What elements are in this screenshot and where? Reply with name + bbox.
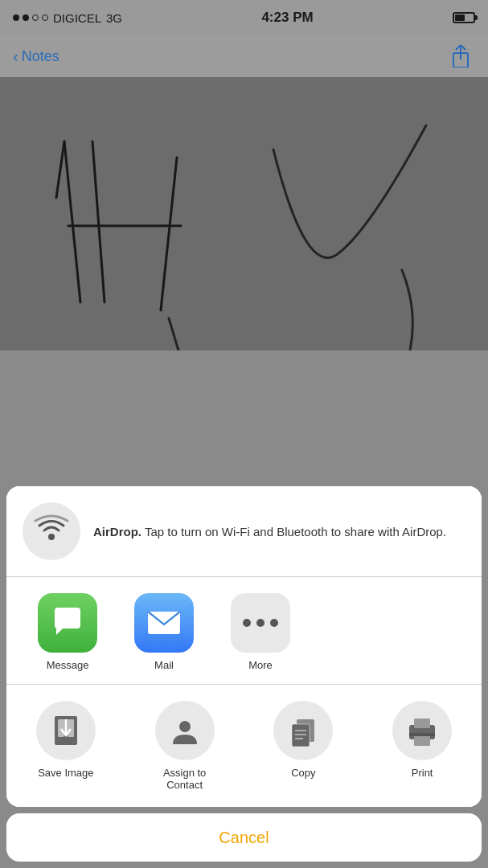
copy-icon xyxy=(289,714,318,747)
share-icon-more[interactable]: More xyxy=(212,593,309,671)
contact-icon xyxy=(170,715,200,746)
message-icon-circle xyxy=(38,593,97,653)
share-icon xyxy=(451,45,470,68)
share-card: AirDrop. Tap to turn on Wi-Fi and Blueto… xyxy=(6,486,482,807)
airdrop-section[interactable]: AirDrop. Tap to turn on Wi-Fi and Blueto… xyxy=(6,486,482,577)
action-icons-row: Save Image Assign toContact xyxy=(6,685,482,807)
status-bar: DIGICEL 3G 4:23 PM xyxy=(0,0,488,35)
dim-overlay xyxy=(0,77,488,350)
action-print[interactable]: Print xyxy=(370,701,474,791)
svg-rect-20 xyxy=(292,724,310,747)
airdrop-icon xyxy=(33,513,70,550)
svg-point-10 xyxy=(243,619,251,627)
back-label: Notes xyxy=(22,48,59,65)
dot2 xyxy=(23,14,29,21)
carrier-label: DIGICEL xyxy=(53,11,101,25)
mail-icon-circle xyxy=(134,593,194,653)
share-sheet: AirDrop. Tap to turn on Wi-Fi and Blueto… xyxy=(0,486,488,868)
print-icon-circle xyxy=(392,701,452,760)
airdrop-icon-wrap xyxy=(23,502,80,560)
svg-point-12 xyxy=(270,619,278,627)
dot1 xyxy=(13,14,19,21)
nav-bar: ‹ Notes xyxy=(0,35,488,77)
share-icons-row: Message Mail xyxy=(6,577,482,685)
assign-contact-label: Assign toContact xyxy=(163,767,206,791)
mail-label: Mail xyxy=(154,659,174,671)
svg-point-11 xyxy=(256,619,265,627)
svg-point-18 xyxy=(179,721,191,732)
more-icon-circle xyxy=(231,593,290,653)
battery-icon xyxy=(453,12,475,23)
battery-fill xyxy=(455,14,465,21)
dot3 xyxy=(32,14,39,21)
save-image-icon-circle xyxy=(36,701,96,760)
cancel-label: Cancel xyxy=(219,829,269,847)
more-dots-icon xyxy=(240,616,281,629)
cancel-button[interactable]: Cancel xyxy=(6,813,482,862)
copy-icon-circle xyxy=(273,701,333,760)
svg-rect-25 xyxy=(414,719,430,728)
status-left: DIGICEL 3G xyxy=(13,11,122,25)
airdrop-title: AirDrop. xyxy=(93,525,141,538)
mail-envelope-icon xyxy=(146,610,182,636)
back-chevron-icon: ‹ xyxy=(13,47,18,66)
action-save-image[interactable]: Save Image xyxy=(14,701,118,791)
airdrop-description: AirDrop. Tap to turn on Wi-Fi and Blueto… xyxy=(93,523,446,540)
print-icon xyxy=(406,715,438,746)
print-label: Print xyxy=(412,767,433,779)
svg-rect-27 xyxy=(409,733,435,736)
action-assign-contact[interactable]: Assign toContact xyxy=(133,701,237,791)
notes-canvas xyxy=(0,77,488,350)
save-image-label: Save Image xyxy=(38,767,93,779)
message-label: Message xyxy=(47,659,89,671)
save-image-icon xyxy=(51,714,80,747)
svg-point-8 xyxy=(48,534,55,540)
more-label: More xyxy=(248,659,273,671)
status-time: 4:23 PM xyxy=(261,10,313,26)
network-label: 3G xyxy=(106,11,122,25)
assign-contact-icon-circle xyxy=(155,701,215,760)
airdrop-desc-text: Tap to turn on Wi-Fi and Bluetooth to sh… xyxy=(141,525,446,538)
signal-dots xyxy=(13,14,48,21)
copy-label: Copy xyxy=(291,767,315,779)
action-copy[interactable]: Copy xyxy=(251,701,355,791)
message-bubble-icon xyxy=(51,606,84,640)
share-icon-message[interactable]: Message xyxy=(19,593,116,671)
share-icon-mail[interactable]: Mail xyxy=(116,593,212,671)
status-right xyxy=(453,12,475,23)
share-button[interactable] xyxy=(446,42,475,71)
dot4 xyxy=(42,14,48,21)
svg-rect-26 xyxy=(414,735,430,746)
back-button[interactable]: ‹ Notes xyxy=(13,47,59,66)
